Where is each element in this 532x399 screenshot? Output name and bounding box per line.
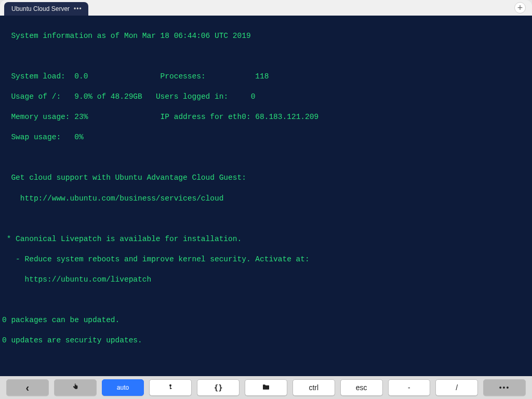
cloud-support-url: http://www.ubuntu.com/business/services/… (2, 194, 530, 204)
folder-key[interactable] (245, 379, 287, 396)
back-key[interactable]: ‹ (6, 379, 49, 396)
updates-text: 0 packages can be updated. (2, 315, 530, 326)
dash-key[interactable]: - (388, 379, 431, 396)
tab-ubuntu-cloud-server[interactable]: Ubuntu Cloud Server ••• (4, 2, 88, 16)
braces-key[interactable]: {} (197, 379, 240, 396)
key-label: / (456, 383, 458, 392)
key-label: - (408, 383, 410, 392)
key-label: ctrl (309, 383, 318, 392)
blank-line (2, 153, 530, 163)
esc-key[interactable]: esc (340, 379, 383, 396)
key-label: esc (356, 383, 367, 392)
folder-icon (262, 383, 270, 393)
tab-menu-icon[interactable]: ••• (74, 6, 82, 12)
sysinfo-row: Swap usage: 0% (2, 132, 530, 143)
ctrl-key[interactable]: ctrl (292, 379, 335, 396)
blank-line (2, 214, 530, 224)
terminal-viewport[interactable]: System information as of Mon Mar 18 06:4… (0, 16, 532, 376)
livepatch-text: - Reduce system reboots and improve kern… (2, 255, 530, 265)
slash-key[interactable]: / (435, 379, 478, 396)
pointer-icon (71, 383, 79, 393)
livepatch-url: https://ubuntu.com/livepatch (2, 275, 530, 285)
svg-rect-2 (170, 388, 172, 389)
sysinfo-header: System information as of Mon Mar 18 06:4… (2, 31, 530, 42)
more-icon: ••• (499, 383, 510, 392)
sysinfo-row: System load: 0.0 Processes: 118 (2, 72, 530, 82)
sysinfo-row: Usage of /: 9.0% of 48.29GB Users logged… (2, 92, 530, 102)
braces-icon: {} (214, 383, 223, 392)
add-tab-button[interactable]: + (514, 2, 526, 14)
livepatch-text: * Canonical Livepatch is available for i… (2, 234, 530, 245)
more-key[interactable]: ••• (483, 379, 526, 396)
plus-icon: + (517, 3, 523, 14)
blank-line (2, 356, 530, 367)
chevron-left-icon: ‹ (26, 382, 30, 394)
blank-line (2, 295, 530, 305)
updates-text: 0 updates are security updates. (2, 336, 530, 346)
autocomplete-key[interactable]: auto (102, 379, 144, 396)
tab-bar: Ubuntu Cloud Server ••• + (0, 0, 532, 16)
blank-line (2, 51, 530, 62)
cloud-support-text: Get cloud support with Ubuntu Advantage … (2, 173, 530, 183)
pointer-key[interactable] (54, 379, 97, 396)
key-key[interactable] (149, 379, 192, 396)
tab-title: Ubuntu Cloud Server (11, 5, 70, 12)
key-icon (166, 383, 175, 393)
keyboard-toolbar: ‹ auto {} ctrl esc - / ••• (0, 376, 532, 399)
key-label: auto (117, 384, 129, 391)
sysinfo-row: Memory usage: 23% IP address for eth0: 6… (2, 112, 530, 123)
